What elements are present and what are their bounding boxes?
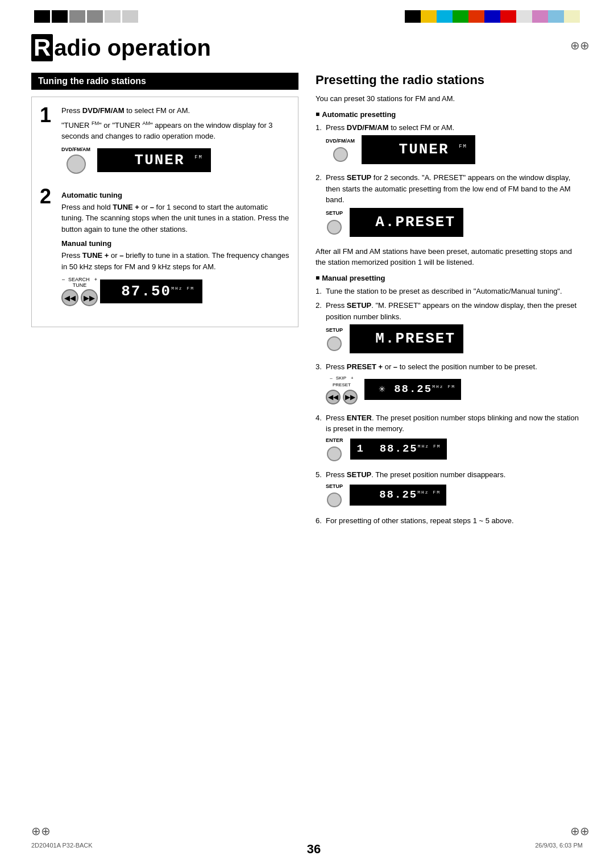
auto-item-2-lcd-row: SETUP A.PRESET — [326, 208, 583, 237]
preset-next-btn[interactable]: ▶▶ — [343, 390, 358, 404]
auto-item-2: 2. Press SETUP for 2 seconds. "A. PRESET… — [316, 172, 583, 241]
step-1-lcd: TUNER FM — [97, 148, 211, 172]
step-1-subtext: "TUNER FM" or "TUNER AM" appears on the … — [61, 120, 290, 142]
page-content: R adio operation Tuning the radio statio… — [31, 34, 583, 834]
auto-item-1-lcd: TUNER FM — [362, 135, 475, 164]
color-bar-block — [516, 10, 532, 23]
auto-presetting-list: 1. Press DVD/FM/AM to select FM or AM. D… — [316, 122, 583, 241]
manual-item-3-lcd-row: – SKIP + PRESET ◀◀ ▶▶ — [326, 375, 583, 404]
step-1-bold: DVD/FM/AM — [82, 106, 125, 115]
search-tune-labels: – SEARCH + — [62, 277, 97, 282]
tune-prev-btn[interactable]: ◀◀ — [61, 289, 78, 306]
color-bar-block — [453, 10, 468, 23]
left-section-box: 1 Press DVD/FM/AM to select FM or AM. "T… — [31, 97, 298, 327]
footer: 2D20401A P32-BACK 36 26/9/03, 6:03 PM — [31, 842, 583, 857]
title-rest: adio operation — [54, 35, 211, 61]
color-bar-block — [437, 10, 453, 23]
step-2-number: 2 — [40, 186, 56, 311]
footer-right: 26/9/03, 6:03 PM — [535, 842, 583, 857]
step-1-number: 1 — [40, 105, 56, 178]
step-2-manual-text: Press TUNE + or – briefly to tune in a s… — [61, 250, 290, 272]
main-columns: Tuning the radio stations 1 Press DVD/FM… — [31, 73, 583, 530]
right-column: Presetting the radio stations You can pr… — [316, 73, 583, 530]
manual-item-4-lcd: 1 88.25MHz FM — [350, 439, 447, 460]
step-1-lcd-row: DVD/FM/AM TUNER FM — [61, 147, 290, 174]
auto-item-1-btn — [333, 147, 348, 162]
step-1: 1 Press DVD/FM/AM to select FM or AM. "T… — [40, 105, 290, 178]
right-header-text: Presetting the radio stations — [316, 73, 484, 87]
auto-item-2-lcd: A.PRESET — [350, 208, 463, 237]
manual-item-5: 5. Press SETUP. The preset position numb… — [316, 469, 583, 512]
manual-item-2-btn — [327, 336, 342, 351]
auto-item-1-lcd-row: DVD/FM/AM TUNER FM — [326, 135, 583, 164]
manual-item-4-btn — [327, 446, 342, 461]
step-1-btn-label: DVD/FM/AM — [61, 147, 90, 152]
manual-item-5-btn — [327, 493, 342, 507]
manual-item-5-lcd: 88.25MHz FM — [350, 485, 446, 506]
auto-item-2-btn-label: SETUP — [326, 210, 343, 218]
step-1-lcd-sub: FM — [194, 155, 203, 160]
right-section-header: Presetting the radio stations — [316, 73, 583, 87]
step-2-manual-heading: Manual tuning — [61, 239, 290, 248]
step-2-tune-row: – SEARCH + TUNE ◀◀ ▶▶ — [61, 277, 290, 306]
auto-item-1: 1. Press DVD/FM/AM to select FM or AM. D… — [316, 122, 583, 169]
manual-item-2-lcd: M.PRESET — [350, 324, 463, 353]
auto-item-2-btn — [327, 220, 342, 235]
step-1-btn — [67, 155, 86, 174]
auto-after-text: After all FM and AM stations have been p… — [316, 246, 583, 268]
left-section-header: Tuning the radio stations — [31, 73, 298, 90]
tune-label: TUNE — [73, 282, 87, 288]
step-2-auto-text: Press and hold TUNE + or – for 1 second … — [61, 202, 290, 235]
step-2-content: Automatic tuning Press and hold TUNE + o… — [61, 186, 290, 311]
color-bar-block — [405, 10, 421, 23]
color-bar-block — [468, 10, 484, 23]
step-2: 2 Automatic tuning Press and hold TUNE +… — [40, 186, 290, 311]
color-bar-block — [421, 10, 437, 23]
step-1-text: Press DVD/FM/AM to select FM or AM. — [61, 105, 290, 116]
manual-item-2-lcd-row: SETUP M.PRESET — [326, 324, 583, 353]
manual-presetting-heading: Manual presetting — [316, 274, 583, 282]
manual-item-1: 1. Tune the station to be preset as desc… — [316, 286, 583, 297]
step-1-content: Press DVD/FM/AM to select FM or AM. "TUN… — [61, 105, 290, 178]
manual-item-5-lcd-row: SETUP 88.25MHz FM — [326, 483, 583, 508]
manual-presetting-list: 1. Tune the station to be preset as desc… — [316, 286, 583, 527]
preset-prev-btn[interactable]: ◀◀ — [326, 390, 341, 404]
auto-item-1-btn-label: DVD/FM/AM — [326, 137, 355, 145]
color-bar-block — [500, 10, 516, 23]
left-column: Tuning the radio stations 1 Press DVD/FM… — [31, 73, 298, 530]
page-number: 36 — [307, 842, 321, 857]
title-r-letter: R — [31, 34, 53, 61]
color-bars — [405, 10, 580, 23]
right-intro: You can preset 30 stations for FM and AM… — [316, 93, 583, 105]
manual-item-3-lcd: ✳ 88.25MHz FM — [364, 379, 461, 400]
color-bar-block — [532, 10, 548, 23]
color-bar-block — [564, 10, 580, 23]
step-2-auto-heading: Automatic tuning — [61, 191, 290, 199]
manual-item-6: 6. For presetting of other stations, rep… — [316, 515, 583, 527]
auto-presetting-heading: Automatic presetting — [316, 110, 583, 119]
tune-next-btn[interactable]: ▶▶ — [81, 289, 98, 306]
manual-item-4: 4. Press ENTER. The preset position numb… — [316, 412, 583, 466]
step-2-lcd: 87.50MHz FM — [100, 279, 202, 303]
registration-squares — [34, 10, 138, 23]
manual-item-4-lcd-row: ENTER 1 88.25MHz FM — [326, 437, 583, 462]
color-bar-block — [484, 10, 500, 23]
manual-item-2: 2. Press SETUP. "M. PRESET" appears on t… — [316, 300, 583, 358]
color-bar-block — [548, 10, 564, 23]
page-title: R adio operation — [31, 34, 583, 61]
footer-left: 2D20401A P32-BACK — [31, 842, 93, 857]
manual-item-3: 3. Press PRESET + or – to select the pos… — [316, 361, 583, 409]
